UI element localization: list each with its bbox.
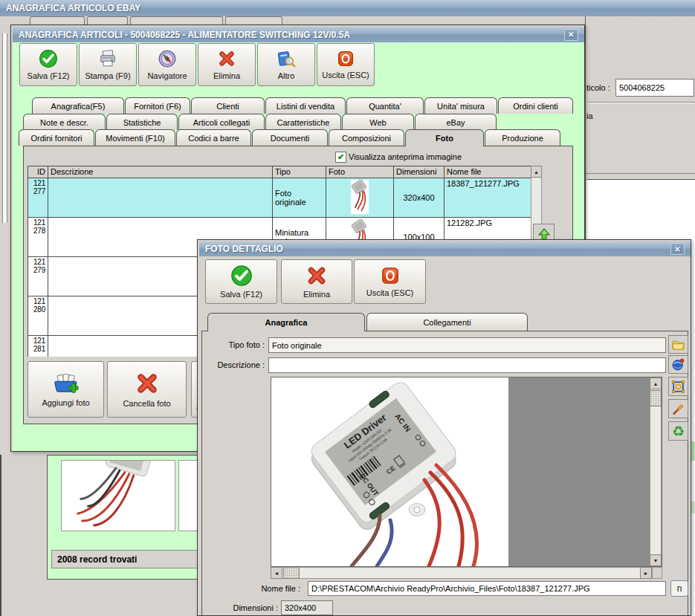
aggiungi-foto-label: Aggiungi foto	[42, 398, 89, 407]
foto-dettaglio-titlebar[interactable]: FOTO DETTAGLIO ✕	[199, 241, 691, 256]
scroll-up-icon[interactable]	[650, 377, 662, 389]
preview-checkbox[interactable]: ✔	[335, 152, 346, 163]
dimensioni-field[interactable]: 320x400	[281, 600, 333, 615]
dimensioni-value: 320x400	[285, 603, 316, 612]
navigatore-button[interactable]: Navigatore	[138, 43, 196, 86]
tab-anagrafica[interactable]: Anagrafica	[207, 313, 365, 331]
x-icon	[306, 265, 328, 287]
tab-foto[interactable]: Foto	[405, 129, 484, 146]
elimina-button[interactable]: Elimina	[281, 259, 352, 304]
vscroll-thumb[interactable]	[650, 390, 662, 406]
check-icon	[230, 265, 253, 287]
right-strip-fragment	[691, 502, 695, 513]
col-tipo[interactable]: Tipo	[273, 166, 326, 178]
tab-ebay[interactable]: eBay	[415, 114, 497, 130]
tab-unita-misura[interactable]: Unita' misura	[424, 97, 497, 114]
check-icon	[39, 49, 58, 68]
tab-clienti[interactable]: Clienti	[191, 97, 265, 114]
col-descrizione[interactable]: Descrizione	[48, 166, 273, 178]
checkmark-icon: ✔	[337, 152, 344, 162]
descrizione-field[interactable]	[268, 357, 666, 373]
tab-note-descr[interactable]: Note e descr.	[23, 114, 106, 130]
col-nome-file[interactable]: Nome file	[445, 166, 531, 178]
browser-photo-panel[interactable]	[61, 460, 175, 531]
n-button-label: n	[677, 583, 682, 594]
tab-ordini-clienti[interactable]: Ordini clienti	[498, 97, 573, 114]
altro-label: Altro	[278, 71, 295, 80]
scroll-down-icon[interactable]	[650, 554, 662, 566]
x-icon	[217, 49, 236, 68]
foto-dettaglio-title: FOTO DETTAGLIO	[205, 244, 283, 254]
col-dimensioni[interactable]: Dimensioni	[394, 166, 445, 178]
browser-status-bar: 2008 record trovati	[51, 550, 203, 568]
uscita-button[interactable]: Uscita (ESC)	[317, 43, 375, 86]
image-hscrollbar[interactable]	[271, 567, 662, 579]
col-foto[interactable]: Foto	[326, 166, 394, 178]
altro-button[interactable]: Altro	[257, 43, 315, 86]
preview-checkbox-label: Visualizza anteprima immagine	[349, 152, 462, 161]
tab-codici-a-barre[interactable]: Codici a barre	[176, 129, 251, 146]
tab-caratteristiche[interactable]: Caratteristiche	[265, 114, 341, 130]
power-icon	[381, 266, 400, 285]
article-code-field[interactable]: 5004068225	[615, 79, 694, 97]
ebay-titlebar[interactable]: ANAGRAFICA ARTICOLO EBAY	[0, 0, 695, 16]
elimina-button[interactable]: Elimina	[198, 43, 256, 86]
right-strip-fragment	[691, 441, 695, 461]
scroll-right-icon[interactable]	[640, 567, 652, 579]
divider	[587, 102, 695, 103]
tipo-foto-field[interactable]: Foto originale	[268, 337, 666, 353]
tab-movimenti[interactable]: Movimenti (F10)	[95, 129, 175, 146]
wired-device-photo	[62, 461, 175, 531]
folder-icon	[671, 337, 685, 351]
salva-label: Salva (F12)	[220, 290, 262, 299]
aggiungi-foto-button[interactable]: Aggiungi foto	[28, 361, 104, 418]
col-id[interactable]: ID	[28, 166, 48, 178]
salva-button[interactable]: Salva (F12)	[205, 259, 277, 304]
tab-listini[interactable]: Listini di vendita	[265, 97, 346, 114]
image-viewer	[271, 377, 662, 567]
n-button[interactable]: n	[670, 580, 688, 597]
elimina-label: Elimina	[303, 290, 330, 299]
record-count-text: 2008 record trovati	[52, 554, 137, 565]
articoli-titlebar[interactable]: ANAGRAFICA ARTICOLI - 5004068225 - ALIME…	[13, 27, 584, 42]
open-folder-button[interactable]	[668, 335, 688, 354]
tab-collegamenti[interactable]: Collegamenti	[366, 313, 528, 331]
tab-anagrafica-f5[interactable]: Anagrafica(F5)	[32, 97, 124, 114]
tab-fornitori[interactable]: Fornitori (F6)	[125, 97, 190, 114]
tab-statistiche[interactable]: Statistiche	[106, 114, 178, 130]
background-tab	[87, 16, 128, 25]
printer-icon	[98, 49, 117, 68]
tab-composizioni[interactable]: Composizioni	[329, 129, 404, 146]
crop-icon	[671, 380, 685, 394]
uscita-button[interactable]: Uscita (ESC)	[354, 259, 426, 304]
photo-browser-frame: 2008 record trovati	[47, 455, 206, 580]
crop-button[interactable]	[668, 377, 688, 396]
tab-documenti[interactable]: Documenti	[252, 129, 328, 146]
tab-articoli-collegati[interactable]: Articoli collegati	[178, 114, 265, 130]
refresh-button[interactable]: ♻	[668, 421, 688, 441]
scroll-corner	[652, 567, 662, 579]
tab-ordini-fornitori[interactable]: Ordini fornitori	[19, 129, 94, 146]
left-edge-strip	[2, 33, 7, 223]
descrizione-label: Descrizione :	[205, 360, 265, 369]
article-code-label: ticolo :	[586, 83, 610, 92]
salva-button[interactable]: Salva (F12)	[19, 43, 77, 86]
tab-produzione[interactable]: Produzione	[485, 129, 560, 146]
hscroll-thumb[interactable]	[283, 567, 300, 579]
nome-file-value: D:\PRESTACOM\Archivio ReadyPro\Archivio_…	[311, 584, 590, 593]
scroll-left-icon[interactable]	[271, 567, 282, 579]
edit-button[interactable]	[668, 399, 688, 418]
close-icon[interactable]: ✕	[564, 29, 578, 41]
tab-quantita[interactable]: Quantita'	[346, 97, 424, 114]
table-row[interactable]: 121277 Foto originale 320x400 18387_1212…	[28, 178, 531, 218]
close-icon[interactable]: ✕	[670, 243, 685, 255]
tab-web[interactable]: Web	[342, 114, 414, 130]
cancella-foto-button[interactable]: Cancella foto	[107, 361, 187, 418]
uscita-label: Uscita (ESC)	[366, 288, 414, 297]
scroll-up-icon[interactable]	[531, 166, 542, 178]
browser-photo-panel-next[interactable]	[178, 460, 198, 531]
nome-file-field[interactable]: D:\PRESTACOM\Archivio ReadyPro\Archivio_…	[308, 581, 666, 596]
web-button[interactable]	[668, 355, 688, 374]
stampa-button[interactable]: Stampa (F9)	[79, 43, 137, 86]
tipo-foto-label: Tipo foto :	[205, 340, 265, 349]
